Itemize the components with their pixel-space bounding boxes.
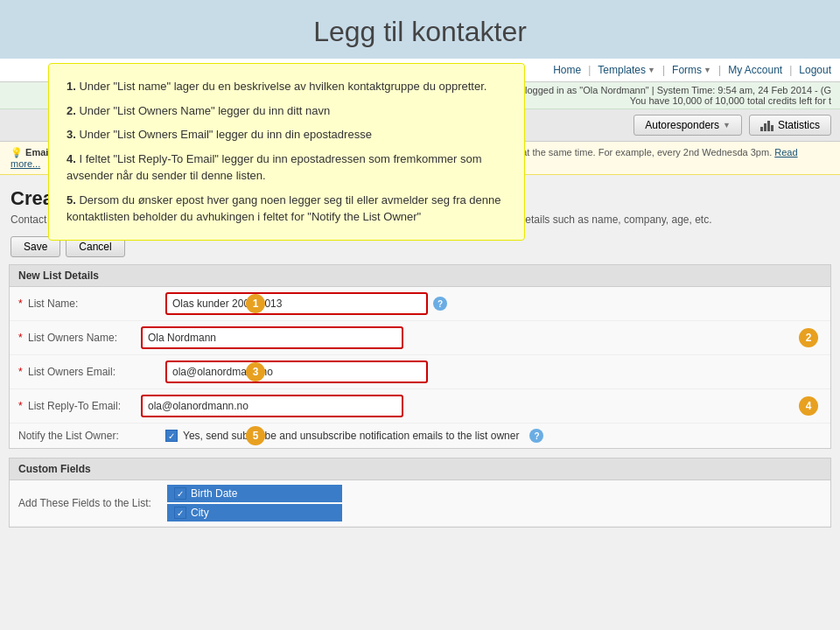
notify-text: Yes, send subscribe and unsubscribe noti… [183,430,519,442]
section-header: New List Details [10,265,830,287]
statistics-button[interactable]: Statistics [749,115,831,136]
list-owners-email-label: * List Owners Email: [18,366,141,378]
nav-logout[interactable]: Logout [799,64,831,76]
list-owners-email-row: * List Owners Email: 3 [10,355,830,389]
field-city[interactable]: ✓ City [167,504,342,522]
notify-label: Notify the List Owner: [18,430,141,442]
custom-fields-row: Add These Fields to the List: ✓ Birth Da… [10,480,830,527]
badge-2: 2 [799,328,818,347]
forms-arrow-icon: ▼ [704,66,711,74]
list-name-row: * List Name: 1 ? [10,287,830,321]
list-owners-name-label: * List Owners Name: [18,332,141,344]
new-list-details-section: New List Details * List Name: 1 ? * List… [9,264,831,449]
badge-5: 5 [246,426,265,445]
custom-fields-section: Custom Fields Add These Fields to the Li… [9,458,831,528]
notify-help-icon[interactable]: ? [529,429,543,443]
custom-fields-header: Custom Fields [10,458,830,480]
tooltip-item-4: 4. I feltet "List Reply-To Email" legger… [66,150,507,185]
badge-4: 4 [799,396,818,416]
statistics-chart-icon [760,119,774,131]
tooltip-item-2: 2. Under "List Owners Name" legger du in… [66,102,507,120]
list-reply-email-input[interactable] [141,395,403,417]
tooltip-overlay: 1. Under "List name" lager du en beskriv… [48,63,525,241]
list-reply-email-label: * List Reply-To Email: [18,400,141,412]
tip-icon: 💡 [10,147,23,158]
list-name-label: * List Name: [18,298,141,310]
nav-home[interactable]: Home [553,64,581,76]
list-reply-email-row: * List Reply-To Email: 4 [10,389,830,424]
autoresponders-button[interactable]: Autoresponders ▼ [634,115,742,136]
autoresponders-arrow-icon: ▼ [723,121,731,130]
tooltip-item-1: 1. Under "List name" lager du en beskriv… [66,78,507,95]
notify-list-owner-row: Notify the List Owner: 5 ✓ Yes, send sub… [10,424,830,448]
notify-checkbox[interactable]: ✓ [165,430,178,442]
list-name-input[interactable] [165,292,428,315]
templates-arrow-icon: ▼ [648,66,655,74]
page-title: Legg til kontakter [0,0,840,59]
add-fields-label: Add These Fields to the List: [18,497,167,509]
badge-3: 3 [246,362,265,382]
nav-forms[interactable]: Forms ▼ [672,64,711,76]
nav-templates[interactable]: Templates ▼ [598,64,655,76]
tooltip-item-3: 3. Under "List Owners Email" legger du i… [66,126,507,144]
list-owners-name-row: * List Owners Name: 2 [10,321,830,355]
badge-1: 1 [246,294,265,313]
list-owners-name-input[interactable] [141,326,403,349]
list-owners-email-input[interactable] [165,360,428,383]
field-birth-date[interactable]: ✓ Birth Date [167,485,342,502]
list-name-help-icon[interactable]: ? [433,297,447,311]
tooltip-item-5: 5. Dersom du ønsker epost hver gang noen… [66,192,507,226]
nav-my-account[interactable]: My Account [728,64,782,76]
